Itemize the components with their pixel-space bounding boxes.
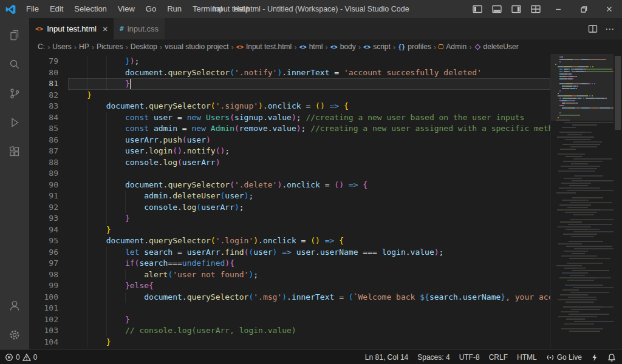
breadcrumb-item-input-test-html[interactable]: <>Input test.html — [236, 42, 292, 51]
line-number[interactable]: 99 — [29, 280, 68, 292]
code-line-85[interactable]: 85 const admin = new Admin(remove.value)… — [29, 123, 550, 135]
line-number[interactable]: 101 — [29, 303, 68, 314]
breadcrumb-item-c[interactable]: C: — [38, 42, 45, 51]
code-line-95[interactable]: 95 document.querySelector('.login').oncl… — [29, 235, 550, 247]
eol[interactable]: CRLF — [489, 353, 508, 362]
notifications[interactable] — [607, 353, 616, 362]
breadcrumb-item-body[interactable]: <>body — [330, 42, 356, 51]
code-line-81[interactable]: 81 } — [29, 78, 550, 90]
language-mode[interactable]: HTML — [517, 353, 537, 362]
activitybar-accounts[interactable] — [0, 291, 29, 320]
code-line-97[interactable]: 97 if(search===undefined){ — [29, 258, 550, 269]
line-number[interactable]: 87 — [29, 146, 68, 157]
vertical-scrollbar[interactable] — [613, 54, 622, 349]
line-number[interactable]: 94 — [29, 224, 68, 236]
split-editor-button[interactable] — [588, 24, 598, 33]
breadcrumb-item-script[interactable]: <>script — [363, 42, 391, 51]
code-line-83[interactable]: 83 document.querySelector('.signup').onc… — [29, 101, 550, 112]
code-line-82[interactable]: 82 } — [29, 90, 550, 101]
activitybar-search[interactable] — [0, 50, 29, 79]
extension-status[interactable] — [591, 353, 598, 362]
line-number[interactable]: 79 — [29, 56, 68, 67]
scrollbar-thumb[interactable] — [615, 56, 621, 130]
code-line-96[interactable]: 96 let search = userArr.find((user) => u… — [29, 247, 550, 258]
breadcrumb-item-html[interactable]: <>html — [299, 42, 323, 51]
line-number[interactable]: 97 — [29, 258, 68, 269]
menu-go[interactable]: Go — [140, 0, 162, 18]
menu-run[interactable]: Run — [162, 0, 187, 18]
code-line-93[interactable]: 93 } — [29, 213, 550, 224]
line-number[interactable]: 98 — [29, 269, 68, 281]
activitybar-explorer[interactable] — [0, 21, 29, 50]
breadcrumb-item-visual-studio-project[interactable]: visual studio project — [165, 42, 228, 51]
line-number[interactable]: 90 — [29, 180, 68, 191]
menu-selection[interactable]: Selection — [69, 0, 112, 18]
line-number[interactable]: 104 — [29, 337, 68, 348]
code-line-84[interactable]: 84 const user = new Users(signup.value);… — [29, 112, 550, 124]
breadcrumb-item-users[interactable]: Users — [52, 42, 71, 51]
line-number[interactable]: 91 — [29, 190, 68, 202]
code-line-98[interactable]: 98 alert('user not found'); — [29, 269, 550, 281]
close-button[interactable] — [596, 0, 622, 18]
line-number[interactable]: 103 — [29, 325, 68, 337]
code-line-88[interactable]: 88 console.log(userArr) — [29, 157, 550, 169]
code-line-102[interactable]: 102 } — [29, 314, 550, 326]
menu-file[interactable]: File — [21, 0, 44, 18]
indentation[interactable]: Spaces: 4 — [417, 353, 449, 362]
line-number[interactable]: 92 — [29, 202, 68, 214]
code-line-103[interactable]: 103 // console.log(userArr, login.value) — [29, 325, 550, 337]
line-number[interactable]: 88 — [29, 157, 68, 169]
code-line-87[interactable]: 87 user.login().notify(); — [29, 146, 550, 157]
line-number[interactable]: 100 — [29, 292, 68, 303]
line-number[interactable]: 85 — [29, 123, 68, 135]
menu-edit[interactable]: Edit — [44, 0, 69, 18]
code-line-92[interactable]: 92 console.log(userArr); — [29, 202, 550, 214]
line-number[interactable]: 102 — [29, 314, 68, 326]
minimize-button[interactable] — [545, 0, 571, 18]
line-number[interactable]: 84 — [29, 112, 68, 124]
code-line-79[interactable]: 79 }); — [29, 56, 550, 67]
line-number[interactable]: 81 — [29, 78, 68, 90]
toggle-primary-sidebar-button[interactable] — [468, 0, 487, 18]
go-live[interactable]: Go Live — [546, 353, 582, 362]
line-number[interactable]: 86 — [29, 135, 68, 146]
toggle-secondary-sidebar-button[interactable] — [507, 0, 526, 18]
problems-indicator[interactable]: 00 — [5, 353, 37, 362]
breadcrumb-item-pictures[interactable]: Pictures — [97, 42, 123, 51]
line-number[interactable]: 93 — [29, 213, 68, 224]
breadcrumb-item-desktop[interactable]: Desktop — [131, 42, 157, 51]
restore-button[interactable] — [571, 0, 596, 18]
toggle-panel-button[interactable] — [487, 0, 507, 18]
breadcrumb-item-profiles[interactable]: {}profiles — [398, 42, 431, 51]
line-number[interactable]: 96 — [29, 247, 68, 258]
breadcrumb-item-hp[interactable]: HP — [79, 42, 89, 51]
code-line-104[interactable]: 104 } — [29, 337, 550, 348]
code-line-101[interactable]: 101 — [29, 303, 550, 314]
editor[interactable]: 79 });80 document.querySelector('.notify… — [29, 54, 622, 349]
code-line-80[interactable]: 80 document.querySelector('.notify').inn… — [29, 67, 550, 79]
line-number[interactable]: 95 — [29, 235, 68, 247]
code-line-90[interactable]: 90 document.querySelector('.delete').onc… — [29, 180, 550, 191]
customize-layout-button[interactable] — [526, 0, 545, 18]
activitybar-source-control[interactable] — [0, 79, 29, 108]
more-actions-button[interactable]: ⋯ — [605, 24, 615, 35]
code-line-99[interactable]: 99 }else{ — [29, 280, 550, 292]
minimap-slider[interactable] — [551, 54, 613, 121]
code-line-94[interactable]: 94 } — [29, 224, 550, 236]
line-number[interactable]: 80 — [29, 67, 68, 79]
code-line-89[interactable]: 89 — [29, 168, 550, 180]
code-line-100[interactable]: 100 document.querySelector('.msg').inner… — [29, 292, 550, 303]
tab-input-css[interactable]: #input.css — [114, 18, 165, 39]
minimap[interactable] — [550, 54, 613, 349]
menu-view[interactable]: View — [112, 0, 140, 18]
activitybar-extensions[interactable] — [0, 137, 29, 166]
close-tab-icon[interactable]: × — [103, 24, 108, 34]
tab-input-test-html[interactable]: <>Input test.html× — [29, 18, 114, 39]
activitybar-run-and-debug[interactable] — [0, 108, 29, 137]
line-number[interactable]: 83 — [29, 101, 68, 112]
encoding[interactable]: UTF-8 — [459, 353, 480, 362]
cursor-position[interactable]: Ln 81, Col 14 — [365, 353, 408, 362]
breadcrumb-item-deleteuser[interactable]: deleteUser — [474, 42, 519, 51]
line-number[interactable]: 82 — [29, 90, 68, 101]
code-line-91[interactable]: 91 admin.deleteUser(user); — [29, 190, 550, 202]
